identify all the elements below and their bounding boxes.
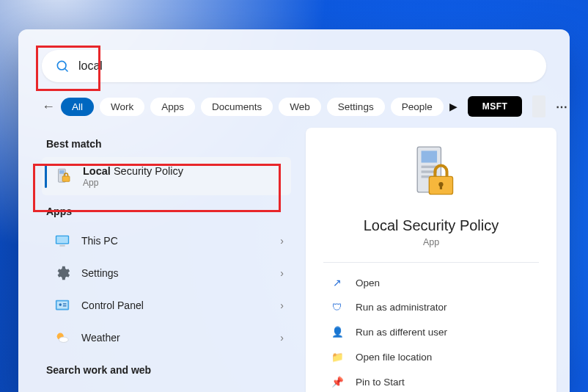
svg-point-14 <box>59 337 68 342</box>
pin-icon: 📌 <box>331 376 344 388</box>
svg-rect-4 <box>62 176 70 181</box>
tab-work[interactable]: Work <box>100 98 144 116</box>
result-settings[interactable]: Settings › <box>42 257 291 289</box>
action-pin-start[interactable]: 📌 Pin to Start <box>326 369 536 392</box>
chevron-right-icon: › <box>280 300 284 311</box>
svg-rect-9 <box>57 302 68 309</box>
detail-title: Local Security Policy <box>364 217 499 234</box>
account-avatar[interactable] <box>532 95 545 117</box>
section-best-match: Best match <box>46 138 287 150</box>
detail-panel: Local Security Policy App ↗ Open 🛡 Run a… <box>306 128 556 392</box>
tab-documents[interactable]: Documents <box>201 98 273 116</box>
svg-rect-12 <box>63 305 67 306</box>
result-this-pc[interactable]: This PC › <box>42 225 291 257</box>
result-label: Weather <box>81 332 120 344</box>
search-icon <box>55 59 70 73</box>
action-run-admin[interactable]: 🛡 Run as administrator <box>326 295 536 319</box>
svg-rect-6 <box>56 236 68 243</box>
action-run-user[interactable]: 👤 Run as different user <box>326 319 536 344</box>
best-match-title: Local Security Policy <box>83 164 183 178</box>
detail-subtitle: App <box>423 237 439 247</box>
chevron-right-icon: › <box>280 332 284 344</box>
section-search-web: Search work and web <box>46 364 287 376</box>
svg-rect-16 <box>422 150 438 162</box>
tab-web[interactable]: Web <box>279 98 321 116</box>
search-input[interactable] <box>77 59 546 73</box>
search-window: ← All Work Apps Documents Web Settings P… <box>18 29 570 392</box>
result-label: This PC <box>81 235 118 247</box>
action-open[interactable]: ↗ Open <box>326 270 536 295</box>
divider <box>323 262 539 263</box>
tab-settings[interactable]: Settings <box>327 98 385 116</box>
folder-icon: 📁 <box>331 351 344 363</box>
svg-rect-7 <box>59 245 65 247</box>
best-match-subtitle: App <box>83 178 183 188</box>
action-label: Run as different user <box>356 327 447 338</box>
msft-button[interactable]: MSFT <box>468 96 523 117</box>
result-control-panel[interactable]: Control Panel › <box>42 289 291 322</box>
chevron-right-icon: › <box>280 235 284 247</box>
svg-rect-11 <box>63 303 67 304</box>
security-policy-icon <box>54 167 73 186</box>
svg-rect-22 <box>440 184 442 189</box>
back-arrow-icon[interactable]: ← <box>42 99 55 115</box>
filter-tabbar: ← All Work Apps Documents Web Settings P… <box>42 95 546 117</box>
control-panel-icon <box>54 297 71 314</box>
svg-point-10 <box>59 303 62 306</box>
chevron-right-icon: › <box>280 267 284 279</box>
open-icon: ↗ <box>331 277 344 288</box>
monitor-icon <box>54 232 71 250</box>
search-box[interactable] <box>42 50 546 82</box>
play-icon[interactable]: ▶ <box>449 101 457 112</box>
action-label: Open <box>356 277 380 288</box>
user-icon: 👤 <box>331 326 344 338</box>
svg-point-0 <box>57 61 66 70</box>
weather-icon <box>54 329 71 346</box>
action-label: Run as administrator <box>356 302 447 313</box>
tab-all[interactable]: All <box>61 98 94 116</box>
svg-rect-3 <box>59 170 65 174</box>
result-weather[interactable]: Weather › <box>42 322 291 354</box>
more-icon[interactable]: ⋯ <box>556 100 569 114</box>
svg-line-1 <box>65 69 68 72</box>
action-label: Open file location <box>356 352 432 363</box>
action-label: Pin to Start <box>356 377 405 388</box>
result-label: Control Panel <box>81 300 144 311</box>
gear-icon <box>54 264 71 282</box>
action-open-location[interactable]: 📁 Open file location <box>326 344 536 369</box>
tab-apps[interactable]: Apps <box>150 98 195 116</box>
result-label: Settings <box>81 267 119 279</box>
shield-icon: 🛡 <box>331 302 344 313</box>
security-policy-hero-icon <box>400 141 463 204</box>
results-panel: Best match Local Security Policy App App… <box>32 128 298 392</box>
tab-people[interactable]: People <box>391 98 444 116</box>
section-apps: Apps <box>46 206 287 217</box>
best-match-result[interactable]: Local Security Policy App <box>42 157 291 195</box>
